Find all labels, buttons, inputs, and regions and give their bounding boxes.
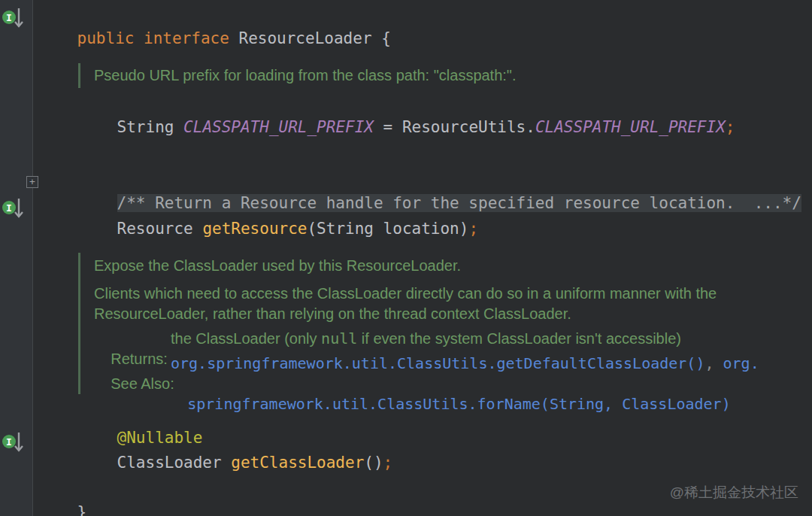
doc-paragraph: Expose the ClassLoader used by this Reso…	[94, 256, 461, 276]
link-get-default-class-loader[interactable]: org.springframework.util.ClassUtils.getD…	[171, 354, 704, 372]
code-line-interface-declaration[interactable]: public interface ResourceLoader {	[39, 7, 391, 70]
doc-see-also-wrap-line: springframework.util.ClassUtils.forName(…	[171, 374, 731, 435]
method-name-token: getResource	[202, 220, 307, 238]
type-token: ClassLoader	[117, 454, 232, 472]
keyword-token: public interface	[77, 29, 239, 47]
doc-paragraph-line: Clients which need to access the ClassLo…	[94, 284, 717, 304]
code-line-constant-declaration[interactable]: String CLASSPATH_URL_PREFIX = ResourceUt…	[79, 96, 735, 159]
doc-comment-bar	[78, 63, 80, 88]
method-name-token: getClassLoader	[231, 454, 364, 472]
type-token: String	[117, 118, 184, 136]
equals-token: =	[374, 118, 402, 136]
code-line-closing-brace[interactable]: }	[39, 481, 86, 516]
brace-token: }	[77, 503, 87, 516]
constant-name-token: CLASSPATH_URL_PREFIX	[183, 118, 374, 136]
doc-comment-text: Pseudo URL prefix for loading from the c…	[94, 65, 517, 86]
svg-text:I: I	[6, 202, 12, 214]
fold-expand-icon[interactable]: +	[26, 176, 38, 188]
type-token: Resource	[117, 220, 203, 238]
link-for-name-part1[interactable]: org.	[723, 354, 759, 372]
returns-text: if even the system ClassLoader isn't acc…	[357, 330, 681, 347]
see-also-label: See Also:	[111, 375, 174, 392]
svg-text:I: I	[6, 12, 12, 23]
returns-text: the ClassLoader (only	[171, 330, 321, 347]
svg-text:I: I	[6, 436, 12, 448]
see-also-links: org.springframework.util.ClassUtils.getD…	[171, 354, 759, 374]
ide-editor-window: I + I I public interface ResourceLoader …	[0, 0, 812, 516]
code-line-get-class-loader[interactable]: ClassLoader getClassLoader();	[79, 431, 392, 494]
code-line-get-resource[interactable]: Resource getResource(String location);	[79, 197, 478, 260]
link-separator: ,	[704, 354, 723, 372]
doc-comment-bar	[78, 253, 80, 394]
semicolon-token: ;	[726, 118, 735, 136]
null-keyword: null	[321, 329, 357, 348]
returns-value: the ClassLoader (only null if even the s…	[171, 329, 681, 349]
semicolon-token: ;	[383, 454, 393, 472]
constant-ref-token: CLASSPATH_URL_PREFIX	[535, 118, 726, 136]
type-name-token: ResourceLoader {	[239, 29, 391, 47]
params-token: ()	[364, 454, 383, 472]
doc-paragraph-line: ResourceLoader, rather than relying on t…	[94, 304, 571, 324]
semicolon-token: ;	[468, 220, 478, 238]
implemented-interface-icon[interactable]: I	[2, 5, 26, 30]
qualifier-token: ResourceUtils.	[402, 118, 535, 136]
juejin-watermark: @稀土掘金技术社区	[670, 484, 798, 502]
params-token: (String location)	[307, 220, 468, 238]
implemented-method-icon[interactable]: I	[2, 429, 26, 454]
link-for-name-part2[interactable]: springframework.util.ClassUtils.forName(…	[187, 395, 730, 413]
implemented-method-icon[interactable]: I	[2, 195, 26, 220]
